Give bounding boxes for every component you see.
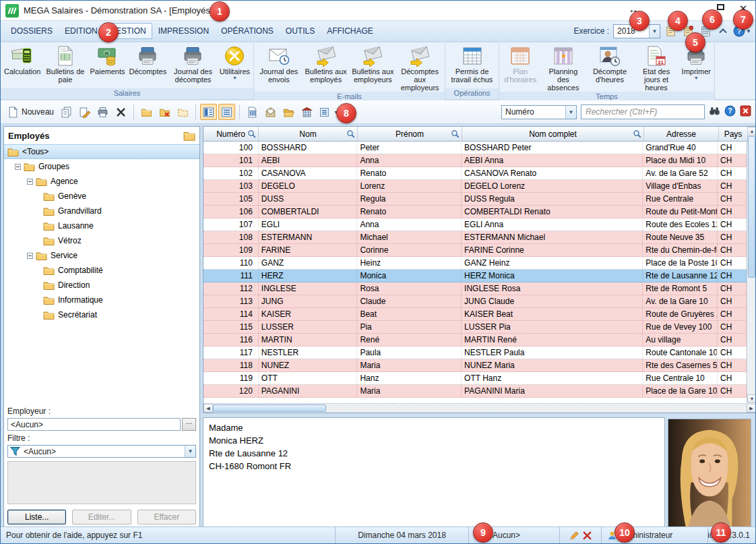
ribbon-bulletins-aux-employeurs[interactable]: Bulletins aux employeurs <box>350 43 397 92</box>
table-row[interactable]: 113JUNGClaudeJUNG ClaudeAv. de la Gare 1… <box>203 295 747 308</box>
horizontal-scrollbar[interactable]: ◀ ▶ <box>203 403 747 413</box>
tree-item-comptabilite[interactable]: Comptabilité <box>4 263 199 278</box>
column-header-nom[interactable]: Nom <box>259 127 358 142</box>
cancel-icon[interactable] <box>582 531 592 541</box>
table-row[interactable]: 116MARTINRenéMARTIN RenéAu villageCH <box>203 334 747 346</box>
scroll-left-arrow[interactable]: ◀ <box>203 404 213 413</box>
new-button[interactable]: Nouveau <box>5 104 57 120</box>
search-field-select[interactable]: Numéro ▼ <box>501 105 577 119</box>
employer-browse-button[interactable]: ... <box>182 418 196 431</box>
mail-button[interactable] <box>262 104 279 120</box>
table-row[interactable]: 119OTTHanzOTT HanzRue Centrale 10CH <box>203 372 747 385</box>
ribbon-permis-de-travail-echus[interactable]: Permis de travail échus <box>447 43 497 88</box>
tree-item-direction[interactable]: Direction <box>4 278 199 293</box>
table-row[interactable]: 112INGLESERosaINGLESE RosaRte de Romont … <box>203 282 747 295</box>
column-header-numero[interactable]: Numéro <box>203 127 259 142</box>
table-row[interactable]: 103DEGELOLorenzDEGELO LorenzVillage d'En… <box>203 180 747 193</box>
table-row[interactable]: 111HERZMonicaHERZ MonicaRte de Lausanne … <box>203 270 747 282</box>
ribbon-journal-des-decomptes[interactable]: Journal des décomptes <box>168 43 218 88</box>
table-row[interactable]: 106COMBERTALDIRenatoCOMBERTALDI RenatoRo… <box>203 206 747 218</box>
pencil-icon[interactable] <box>569 531 579 541</box>
table-row[interactable]: 102CASANOVARenatoCASANOVA RenatoAv. de l… <box>203 167 747 180</box>
collapse-expander-icon[interactable] <box>27 179 33 185</box>
table-row[interactable]: 117NESTLERPaulaNESTLER PaulaRoute Canton… <box>203 346 747 359</box>
column-header-nom-complet[interactable]: Nom complet <box>462 127 644 142</box>
menu-item-operations[interactable]: OPÉRATIONS <box>215 23 280 39</box>
table-row[interactable]: 108ESTERMANNMichaelESTERMANN MichaelRout… <box>203 231 747 244</box>
ribbon-decomptes-aux-employeurs[interactable]: Décomptes aux employeurs <box>396 43 443 92</box>
paste-group-button[interactable] <box>175 104 191 120</box>
cell-numero: 111 <box>203 270 259 282</box>
add-to-group-button[interactable] <box>138 104 155 120</box>
table-row[interactable]: 100BOSSHARDPeterBOSSHARD PeterGrand'Rue … <box>203 142 747 154</box>
delete-button[interactable] <box>113 104 129 120</box>
company-button[interactable] <box>298 104 315 120</box>
table-row[interactable]: 109FARINECorinneFARINE CorinneRte du Che… <box>203 244 747 257</box>
report-button[interactable] <box>244 104 261 120</box>
vertical-scroll-thumb[interactable] <box>748 136 755 278</box>
menu-item-affichage[interactable]: AFFICHAGE <box>321 23 379 39</box>
ribbon-utilitaires[interactable]: Utilitaires▼ <box>218 43 252 88</box>
ribbon-bulletins-aux-employes[interactable]: Bulletins aux employés <box>303 43 350 92</box>
ribbon-etat-des-jours-et-heures[interactable]: 31Etat des jours et heures <box>633 43 680 92</box>
edit-button[interactable] <box>76 104 93 120</box>
search-input[interactable] <box>581 104 705 119</box>
menu-item-impression[interactable]: IMPRESSION <box>152 23 215 39</box>
tree-item-geneve[interactable]: Genève <box>4 189 199 204</box>
employer-value[interactable]: <Aucun> <box>7 418 181 431</box>
ribbon-paiements[interactable]: RPaiements <box>88 43 127 88</box>
tree-item-service[interactable]: Service <box>4 248 199 263</box>
open-folder-button[interactable] <box>280 104 297 120</box>
vertical-scrollbar[interactable]: ▲ ▼ <box>747 127 756 403</box>
tree-item-lausanne[interactable]: Lausanne <box>4 218 199 233</box>
chevron-down-icon[interactable]: ▼ <box>565 106 576 119</box>
copy-button[interactable] <box>58 104 75 120</box>
clear-search-button[interactable] <box>740 105 751 119</box>
liste-button[interactable]: Liste... <box>7 510 66 524</box>
chevron-down-icon[interactable]: ▼ <box>185 446 195 457</box>
tree-item-grandvillard[interactable]: Grandvillard <box>4 204 199 218</box>
tree-item-agence[interactable]: Agence <box>4 174 199 189</box>
chevron-down-icon[interactable]: ▼ <box>649 25 660 38</box>
annotation-circle-2: 2 <box>98 22 119 42</box>
view-list-toggle[interactable] <box>218 104 235 120</box>
remove-from-group-button[interactable] <box>156 104 173 120</box>
menu-item-dossiers[interactable]: DOSSIERS <box>5 23 59 39</box>
collapse-expander-icon[interactable] <box>27 253 33 259</box>
menu-item-edition[interactable]: EDITION <box>59 23 104 39</box>
table-row[interactable]: 107EGLIAnnaEGLI AnnaRoute des Ecoles 12C… <box>203 218 747 231</box>
tree-item-tous[interactable]: <Tous> <box>4 144 199 159</box>
scroll-right-arrow[interactable]: ▶ <box>747 404 756 413</box>
tree-item-groupes[interactable]: Groupes <box>4 159 199 174</box>
table-row[interactable]: 118NUNEZMariaNUNEZ MariaRte des Casernes… <box>203 359 747 372</box>
table-row[interactable]: 110GANZHeinzGANZ HeinzPlace de la Poste … <box>203 257 747 270</box>
ribbon-decomptes[interactable]: Décomptes <box>127 43 169 88</box>
horizontal-scroll-thumb[interactable] <box>213 404 326 412</box>
table-row[interactable]: 120PAGANINIMariaPAGANINI MariaPlace de l… <box>203 385 747 398</box>
tree-item-informatique[interactable]: Informatique <box>4 293 199 307</box>
column-header-adresse[interactable]: Adresse <box>644 127 719 142</box>
table-row[interactable]: 105DUSSRegulaDUSS RegulaRue CentraleCH <box>203 193 747 206</box>
column-header-prenom[interactable]: Prénom <box>358 127 462 142</box>
find-button[interactable] <box>709 105 720 119</box>
funnel-icon <box>10 446 20 456</box>
view-detail-toggle[interactable] <box>200 104 217 120</box>
folder-icon[interactable] <box>183 131 195 141</box>
ribbon-journal-des-envois[interactable]: Journal des envois <box>255 43 303 92</box>
print-button[interactable] <box>94 104 111 120</box>
table-row[interactable]: 101AEBIAnnaAEBI AnnaPlace du Midi 10CH <box>203 154 747 167</box>
ribbon-calculation[interactable]: Calculation <box>2 43 42 88</box>
tree-item-vetroz[interactable]: Vétroz <box>4 233 199 248</box>
table-row[interactable]: 114KAISERBeatKAISER BeatRoute de Gruyère… <box>203 308 747 321</box>
filter-select[interactable]: <Aucun> ▼ <box>7 445 196 458</box>
table-row[interactable]: 115LUSSERPiaLUSSER PiaRue de Vevey 100CH <box>203 321 747 334</box>
ribbon-bulletins-de-paie[interactable]: Bulletins de paie <box>42 43 88 88</box>
column-header-pays[interactable]: Pays <box>719 127 748 142</box>
ribbon-planning-des-absences[interactable]: Planning des absences <box>540 43 586 92</box>
search-help-button[interactable]: ? <box>724 105 736 119</box>
menu-item-outils[interactable]: OUTILS <box>280 23 321 39</box>
collapse-expander-icon[interactable] <box>15 164 21 170</box>
tree-item-secretariat[interactable]: Secrétariat <box>4 307 199 322</box>
scroll-down-arrow[interactable]: ▼ <box>747 394 756 403</box>
ribbon-decompte-d-heures[interactable]: Décompte d'heures <box>586 43 633 92</box>
